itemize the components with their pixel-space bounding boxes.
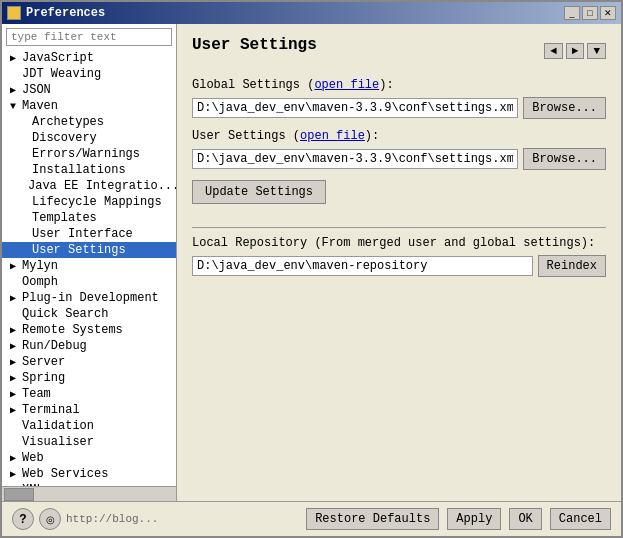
tree-item-mylyn[interactable]: ▶Mylyn (2, 258, 176, 274)
tree-item-label: Discovery (32, 131, 97, 145)
tree-item-label: Archetypes (32, 115, 104, 129)
tree-item-label: Web Services (22, 467, 108, 481)
tree-item-lifecycle_mappings[interactable]: Lifecycle Mappings (2, 194, 176, 210)
nav-dropdown-button[interactable]: ▼ (587, 43, 606, 59)
filter-input[interactable] (6, 28, 172, 46)
separator (192, 227, 606, 228)
tree-item-archetypes[interactable]: Archetypes (2, 114, 176, 130)
window-title: Preferences (26, 6, 105, 20)
title-bar: Preferences _ □ ✕ (2, 2, 621, 24)
tree-item-label: User Interface (32, 227, 133, 241)
expand-icon: ▶ (10, 484, 20, 486)
restore-defaults-button[interactable]: Restore Defaults (306, 508, 439, 530)
tree-item-label: User Settings (32, 243, 126, 257)
expand-icon: ▶ (10, 468, 20, 480)
tree-item-jdt_weaving[interactable]: JDT Weaving (2, 66, 176, 82)
tree-item-quick_search[interactable]: Quick Search (2, 306, 176, 322)
title-controls: _ □ ✕ (564, 6, 616, 20)
spacer-icon (20, 181, 26, 192)
local-repo-label: Local Repository (From merged user and g… (192, 236, 606, 250)
user-settings-input[interactable] (192, 149, 518, 169)
spacer-icon (20, 165, 30, 176)
expand-icon: ▶ (10, 52, 20, 64)
tree-item-oomph[interactable]: Oomph (2, 274, 176, 290)
tree-item-server[interactable]: ▶Server (2, 354, 176, 370)
spacer-icon (20, 245, 30, 256)
tree-item-javascript[interactable]: ▶JavaScript (2, 50, 176, 66)
tree-item-run_debug[interactable]: ▶Run/Debug (2, 338, 176, 354)
nav-back-button[interactable]: ◄ (544, 43, 563, 59)
global-browse-button[interactable]: Browse... (523, 97, 606, 119)
expand-icon: ▶ (10, 260, 20, 272)
tree-item-visualiser[interactable]: Visualiser (2, 434, 176, 450)
minimize-button[interactable]: _ (564, 6, 580, 20)
spacer-icon (20, 213, 30, 224)
tree-item-label: Validation (22, 419, 94, 433)
expand-icon: ▶ (10, 452, 20, 464)
tree-item-remote_systems[interactable]: ▶Remote Systems (2, 322, 176, 338)
tree-item-terminal[interactable]: ▶Terminal (2, 402, 176, 418)
tree-item-user_settings[interactable]: User Settings (2, 242, 176, 258)
tree-item-templates[interactable]: Templates (2, 210, 176, 226)
tree-item-java_ee_integration[interactable]: Java EE Integratio... (2, 178, 176, 194)
status-button[interactable]: ◎ (39, 508, 61, 530)
tree-item-web[interactable]: ▶Web (2, 450, 176, 466)
global-open-file-link[interactable]: open file (314, 78, 379, 92)
tree-item-user_interface[interactable]: User Interface (2, 226, 176, 242)
tree-item-installations[interactable]: Installations (2, 162, 176, 178)
spacer-icon (20, 229, 30, 240)
tree-item-spring[interactable]: ▶Spring (2, 370, 176, 386)
update-settings-button[interactable]: Update Settings (192, 180, 326, 204)
tree-container: ▶JavaScript JDT Weaving▶JSON▼Maven Arche… (2, 50, 176, 486)
tree-item-label: JavaScript (22, 51, 94, 65)
tree-item-label: Server (22, 355, 65, 369)
tree-item-json[interactable]: ▶JSON (2, 82, 176, 98)
tree-item-plugin_development[interactable]: ▶Plug-in Development (2, 290, 176, 306)
local-repo-row: Reindex (192, 255, 606, 277)
cancel-button[interactable]: Cancel (550, 508, 611, 530)
right-panel: User Settings ◄ ► ▼ Global Settings (ope… (177, 24, 621, 501)
tree-item-team[interactable]: ▶Team (2, 386, 176, 402)
bottom-bar: ? ◎ http://blog... Restore Defaults Appl… (2, 501, 621, 536)
close-button[interactable]: ✕ (600, 6, 616, 20)
reindex-button[interactable]: Reindex (538, 255, 606, 277)
user-browse-button[interactable]: Browse... (523, 148, 606, 170)
tree-item-xml[interactable]: ▶XML (2, 482, 176, 486)
spacer-icon (20, 149, 30, 160)
tree-item-label: Spring (22, 371, 65, 385)
spacer-icon (10, 277, 20, 288)
tree-item-label: Lifecycle Mappings (32, 195, 162, 209)
user-settings-row: Browse... (192, 148, 606, 170)
spacer-icon (20, 197, 30, 208)
tree-item-label: Team (22, 387, 51, 401)
url-text: http://blog... (66, 513, 158, 525)
tree-item-validation[interactable]: Validation (2, 418, 176, 434)
tree-item-web_services[interactable]: ▶Web Services (2, 466, 176, 482)
tree-item-label: Oomph (22, 275, 58, 289)
global-settings-input[interactable] (192, 98, 518, 118)
tree-item-errors_warnings[interactable]: Errors/Warnings (2, 146, 176, 162)
bottom-scrollbar[interactable] (2, 486, 176, 501)
local-repo-input[interactable] (192, 256, 533, 276)
spacer-icon (20, 133, 30, 144)
tree-item-label: Errors/Warnings (32, 147, 140, 161)
maximize-button[interactable]: □ (582, 6, 598, 20)
tree-item-discovery[interactable]: Discovery (2, 130, 176, 146)
help-button[interactable]: ? (12, 508, 34, 530)
bottom-left: ? ◎ http://blog... (12, 508, 158, 530)
left-panel: ▶JavaScript JDT Weaving▶JSON▼Maven Arche… (2, 24, 177, 501)
ok-button[interactable]: OK (509, 508, 541, 530)
expand-icon: ▶ (10, 356, 20, 368)
spacer-icon (10, 437, 20, 448)
tree-item-maven[interactable]: ▼Maven (2, 98, 176, 114)
preferences-window: Preferences _ □ ✕ ▶JavaScript JDT Weavin… (0, 0, 623, 538)
tree-item-label: Plug-in Development (22, 291, 159, 305)
nav-forward-button[interactable]: ► (566, 43, 585, 59)
global-settings-label: Global Settings (open file): (192, 78, 606, 92)
tree-list: ▶JavaScript JDT Weaving▶JSON▼Maven Arche… (2, 50, 176, 486)
user-open-file-link[interactable]: open file (300, 129, 365, 143)
tree-item-label: Templates (32, 211, 97, 225)
content-area: ▶JavaScript JDT Weaving▶JSON▼Maven Arche… (2, 24, 621, 501)
tree-item-label: Web (22, 451, 44, 465)
apply-button[interactable]: Apply (447, 508, 501, 530)
